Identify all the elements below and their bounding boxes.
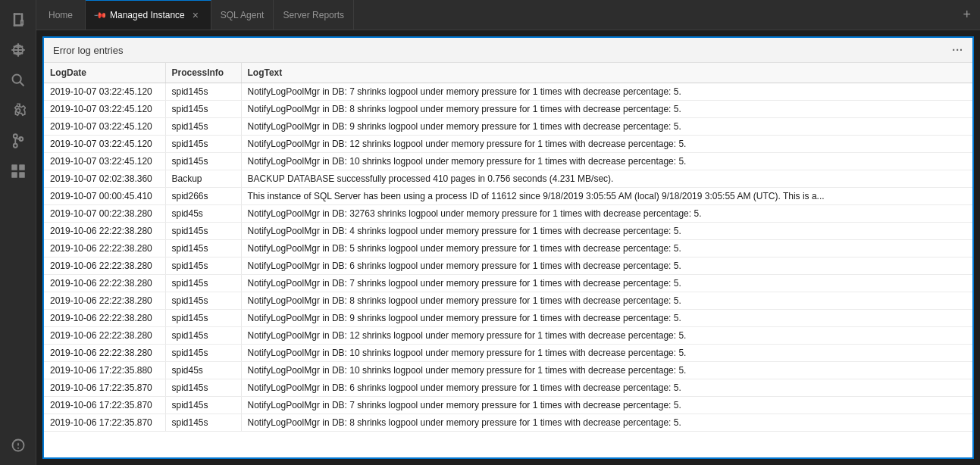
tab-sql-agent[interactable]: SQL Agent bbox=[211, 0, 274, 30]
tab-managed-instance-label: Managed Instance bbox=[110, 10, 185, 20]
table-row: 2019-10-07 00:22:38.280spid45sNotifyLogP… bbox=[44, 205, 972, 223]
svg-rect-17 bbox=[19, 172, 25, 178]
cell-processinfo: spid145s bbox=[165, 223, 241, 240]
cell-logtext: NotifyLogPoolMgr in DB: 8 shrinks logpoo… bbox=[241, 414, 972, 432]
svg-point-11 bbox=[13, 144, 17, 148]
cell-logdate: 2019-10-06 22:22:38.280 bbox=[44, 345, 165, 362]
table-row: 2019-10-06 22:22:38.280spid145sNotifyLog… bbox=[44, 275, 972, 292]
pin-icon: 📌 bbox=[92, 8, 107, 22]
table-row: 2019-10-06 22:22:38.280spid145sNotifyLog… bbox=[44, 292, 972, 310]
cell-logdate: 2019-10-07 00:00:45.410 bbox=[44, 188, 165, 205]
cell-logdate: 2019-10-07 03:22:45.120 bbox=[44, 118, 165, 136]
cell-logdate: 2019-10-06 17:22:35.870 bbox=[44, 414, 165, 432]
cell-processinfo: spid45s bbox=[165, 205, 241, 223]
tab-sql-agent-label: SQL Agent bbox=[221, 10, 265, 20]
tab-managed-instance[interactable]: 📌 Managed Instance × bbox=[86, 0, 211, 30]
content-panel: Error log entries ··· LogDate ProcessInf… bbox=[36, 30, 980, 465]
cell-logtext: NotifyLogPoolMgr in DB: 5 shrinks logpoo… bbox=[241, 240, 972, 257]
dashboard-icon[interactable] bbox=[5, 158, 32, 185]
table-row: 2019-10-06 17:22:35.880spid45sNotifyLogP… bbox=[44, 362, 972, 379]
table-row: 2019-10-06 22:22:38.280spid145sNotifyLog… bbox=[44, 223, 972, 240]
cell-logtext: BACKUP DATABASE successfully processed 4… bbox=[241, 170, 972, 188]
table-row: 2019-10-06 17:22:35.870spid145sNotifyLog… bbox=[44, 379, 972, 397]
col-header-logtext: LogText bbox=[241, 63, 972, 83]
cell-logtext: NotifyLogPoolMgr in DB: 9 shrinks logpoo… bbox=[241, 310, 972, 327]
cell-logtext: NotifyLogPoolMgr in DB: 12 shrinks logpo… bbox=[241, 327, 972, 345]
svg-point-9 bbox=[16, 109, 20, 113]
cell-logtext: NotifyLogPoolMgr in DB: 7 shrinks logpoo… bbox=[241, 83, 972, 101]
table-row: 2019-10-07 03:22:45.120spid145sNotifyLog… bbox=[44, 118, 972, 136]
cell-processinfo: spid145s bbox=[165, 257, 241, 275]
svg-line-8 bbox=[20, 83, 23, 86]
table-header-row: LogDate ProcessInfo LogText bbox=[44, 63, 972, 83]
table-row: 2019-10-06 22:22:38.280spid145sNotifyLog… bbox=[44, 345, 972, 362]
cell-logdate: 2019-10-06 22:22:38.280 bbox=[44, 223, 165, 240]
cell-processinfo: spid145s bbox=[165, 101, 241, 118]
tab-home-label: Home bbox=[49, 10, 73, 20]
cell-processinfo: spid145s bbox=[165, 136, 241, 153]
cell-logtext: NotifyLogPoolMgr in DB: 7 shrinks logpoo… bbox=[241, 397, 972, 414]
tab-home[interactable]: Home bbox=[36, 0, 86, 30]
tab-bar: Home 📌 Managed Instance × SQL Agent Serv… bbox=[36, 0, 980, 30]
col-header-processinfo: ProcessInfo bbox=[165, 63, 241, 83]
cell-processinfo: spid145s bbox=[165, 83, 241, 101]
main-area: Home 📌 Managed Instance × SQL Agent Serv… bbox=[36, 0, 980, 465]
svg-point-19 bbox=[17, 448, 19, 449]
cell-logtext: NotifyLogPoolMgr in DB: 4 shrinks logpoo… bbox=[241, 223, 972, 240]
cell-logtext: NotifyLogPoolMgr in DB: 10 shrinks logpo… bbox=[241, 153, 972, 170]
cell-logdate: 2019-10-06 17:22:35.870 bbox=[44, 379, 165, 397]
search-icon[interactable] bbox=[5, 67, 32, 94]
table-row: 2019-10-07 03:22:45.120spid145sNotifyLog… bbox=[44, 136, 972, 153]
table-row: 2019-10-06 22:22:38.280spid145sNotifyLog… bbox=[44, 327, 972, 345]
cell-logdate: 2019-10-06 22:22:38.280 bbox=[44, 240, 165, 257]
error-log-title: Error log entries bbox=[53, 45, 123, 56]
svg-point-7 bbox=[12, 75, 20, 83]
cell-logtext: NotifyLogPoolMgr in DB: 6 shrinks logpoo… bbox=[241, 257, 972, 275]
add-tab-button[interactable]: + bbox=[953, 0, 980, 30]
cell-logdate: 2019-10-06 22:22:38.280 bbox=[44, 275, 165, 292]
cell-logtext: NotifyLogPoolMgr in DB: 9 shrinks logpoo… bbox=[241, 118, 972, 136]
cell-logtext: NotifyLogPoolMgr in DB: 32763 shrinks lo… bbox=[241, 205, 972, 223]
error-log-header: Error log entries ··· bbox=[44, 38, 972, 63]
error-log-container: Error log entries ··· LogDate ProcessInf… bbox=[42, 36, 974, 459]
cell-logdate: 2019-10-07 00:22:38.280 bbox=[44, 205, 165, 223]
tab-server-reports-label: Server Reports bbox=[283, 10, 344, 20]
table-row: 2019-10-07 03:22:45.120spid145sNotifyLog… bbox=[44, 101, 972, 118]
svg-rect-16 bbox=[11, 172, 17, 178]
cell-processinfo: spid145s bbox=[165, 414, 241, 432]
feedback-icon[interactable] bbox=[5, 432, 32, 459]
extensions-icon[interactable] bbox=[5, 97, 32, 124]
git-icon[interactable] bbox=[5, 127, 32, 154]
files-icon[interactable] bbox=[5, 6, 32, 33]
cell-logtext: NotifyLogPoolMgr in DB: 8 shrinks logpoo… bbox=[241, 101, 972, 118]
cell-logdate: 2019-10-06 22:22:38.280 bbox=[44, 327, 165, 345]
cell-processinfo: spid145s bbox=[165, 118, 241, 136]
cell-logtext: NotifyLogPoolMgr in DB: 12 shrinks logpo… bbox=[241, 136, 972, 153]
tab-managed-instance-close[interactable]: × bbox=[189, 9, 202, 21]
log-table-wrapper[interactable]: LogDate ProcessInfo LogText 2019-10-07 0… bbox=[44, 63, 972, 457]
table-row: 2019-10-06 22:22:38.280spid145sNotifyLog… bbox=[44, 257, 972, 275]
cell-logdate: 2019-10-06 22:22:38.280 bbox=[44, 257, 165, 275]
col-header-logdate: LogDate bbox=[44, 63, 165, 83]
log-table-body: 2019-10-07 03:22:45.120spid145sNotifyLog… bbox=[44, 83, 972, 432]
cell-logtext: NotifyLogPoolMgr in DB: 8 shrinks logpoo… bbox=[241, 292, 972, 310]
connections-icon[interactable] bbox=[5, 36, 32, 64]
cell-logdate: 2019-10-07 03:22:45.120 bbox=[44, 136, 165, 153]
cell-logtext: NotifyLogPoolMgr in DB: 10 shrinks logpo… bbox=[241, 345, 972, 362]
svg-rect-15 bbox=[19, 164, 25, 170]
cell-logdate: 2019-10-07 03:22:45.120 bbox=[44, 101, 165, 118]
cell-logdate: 2019-10-06 17:22:35.870 bbox=[44, 397, 165, 414]
svg-point-10 bbox=[13, 134, 17, 138]
cell-logtext: This instance of SQL Server has been usi… bbox=[241, 188, 972, 205]
tab-server-reports[interactable]: Server Reports bbox=[274, 0, 354, 30]
cell-processinfo: Backup bbox=[165, 170, 241, 188]
cell-processinfo: spid145s bbox=[165, 327, 241, 345]
table-row: 2019-10-07 03:22:45.120spid145sNotifyLog… bbox=[44, 83, 972, 101]
error-log-menu-button[interactable]: ··· bbox=[952, 44, 963, 56]
cell-logdate: 2019-10-06 17:22:35.880 bbox=[44, 362, 165, 379]
cell-logtext: NotifyLogPoolMgr in DB: 6 shrinks logpoo… bbox=[241, 379, 972, 397]
cell-logtext: NotifyLogPoolMgr in DB: 7 shrinks logpoo… bbox=[241, 275, 972, 292]
cell-logtext: NotifyLogPoolMgr in DB: 10 shrinks logpo… bbox=[241, 362, 972, 379]
cell-processinfo: spid266s bbox=[165, 188, 241, 205]
log-table: LogDate ProcessInfo LogText 2019-10-07 0… bbox=[44, 63, 972, 432]
